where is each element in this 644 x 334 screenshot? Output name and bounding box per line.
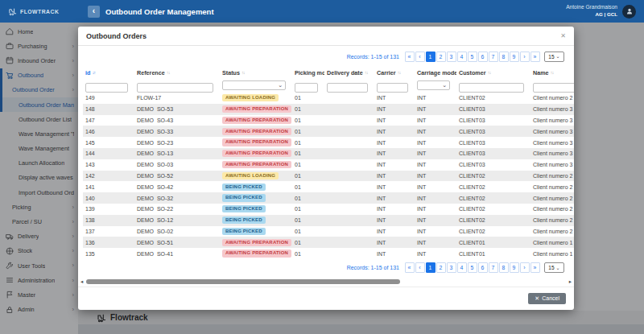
scrollbar-track[interactable] xyxy=(85,278,567,285)
filter-input-picking_mode[interactable] xyxy=(295,83,318,93)
user-text: Antoine Grandmaison AG | GCL xyxy=(566,4,617,18)
page-button-2[interactable]: 2 xyxy=(436,262,446,273)
page-button-4[interactable]: 4 xyxy=(457,262,467,273)
cell-id: 142 xyxy=(83,173,134,179)
sort-icon[interactable]: ↓↑ xyxy=(92,70,95,75)
table-row[interactable]: 135DEMO_SO-41AWAITING PREPARATION01INTIN… xyxy=(83,248,574,259)
page-button-3[interactable]: 3 xyxy=(447,262,456,273)
filter-input-name[interactable] xyxy=(533,83,574,93)
cell-name: Client numero 3 xyxy=(530,129,574,134)
scroll-left-icon[interactable]: ◂ xyxy=(80,279,83,285)
cell-customer: CLIENT03 xyxy=(456,162,530,167)
table-row[interactable]: 149FLOW-17AWAITING LOADING01INTINTCLIENT… xyxy=(83,93,574,104)
prev-page-button[interactable]: ‹ xyxy=(415,52,425,62)
page-button-8[interactable]: 8 xyxy=(499,262,509,273)
column-header-reference[interactable]: Reference↑↓ xyxy=(134,69,220,76)
table-row[interactable]: 141DEMO_SO-42BEING PICKED01INTINTCLIENT0… xyxy=(83,181,574,192)
table-row[interactable]: 143DEMO_SO-03AWAITING PREPARATION01INTIN… xyxy=(83,159,574,171)
table-row[interactable]: 142DEMO_SO-52AWAITING LOADING01INTINTCLI… xyxy=(83,171,574,182)
table-row[interactable]: 146DEMO_SO-33AWAITING PREPARATION01INTIN… xyxy=(83,126,574,137)
filter-select-status[interactable]: ⌄ xyxy=(222,80,286,90)
cell-name: Client numero 1 xyxy=(530,251,574,257)
chevron-down-icon: ⌄ xyxy=(442,83,447,88)
next-page-button[interactable]: › xyxy=(520,262,530,273)
table-row[interactable]: 139DEMO_SO-22BEING PICKED01INTINTCLIENT0… xyxy=(83,204,574,215)
close-icon[interactable]: ✕ xyxy=(560,32,566,39)
scroll-right-icon[interactable]: ▸ xyxy=(569,279,572,285)
page-button-3[interactable]: 3 xyxy=(447,52,456,62)
sort-icon[interactable]: ↑↓ xyxy=(551,70,554,75)
filter-input-delivery_date[interactable] xyxy=(327,83,368,93)
next-page-button[interactable]: › xyxy=(520,52,530,62)
table-row[interactable]: 147DEMO_SO-43AWAITING PREPARATION01INTIN… xyxy=(83,115,574,126)
table-row[interactable]: 145DEMO_SO-23AWAITING PREPARATION01INTIN… xyxy=(83,137,574,148)
cell-reference: DEMO_SO-43 xyxy=(134,118,220,123)
column-header-carriage_mode[interactable]: Carriage mode↑↓ xyxy=(415,69,456,76)
page-size-select[interactable]: 15⌄ xyxy=(544,262,564,273)
column-header-delivery_date[interactable]: Delivery date↑↓ xyxy=(324,69,374,76)
user-block[interactable]: Antoine Grandmaison AG | GCL xyxy=(566,4,644,18)
scrollbar-thumb[interactable] xyxy=(86,279,400,284)
first-page-button[interactable]: « xyxy=(405,262,415,273)
table-row[interactable]: 144DEMO_SO-13AWAITING PREPARATION01INTIN… xyxy=(83,148,574,159)
column-header-carrier[interactable]: Carrier↑↓ xyxy=(374,69,415,76)
cell-picking_mode: 01 xyxy=(292,229,324,234)
page-button-1[interactable]: 1 xyxy=(426,262,436,273)
table-row[interactable]: 148DEMO_SO-53AWAITING PREPARATION01INTIN… xyxy=(83,104,574,115)
cell-carriage_mode: INT xyxy=(415,140,456,146)
filter-select-carriage_mode[interactable]: ⌄ xyxy=(417,80,450,90)
page-button-6[interactable]: 6 xyxy=(478,52,488,62)
page-button-4[interactable]: 4 xyxy=(457,52,467,62)
status-badge: AWAITING PREPARATION xyxy=(222,161,291,168)
last-page-button[interactable]: » xyxy=(530,262,540,273)
cell-carriage_mode: INT xyxy=(415,173,456,179)
cell-name: Client numero 3 xyxy=(530,118,574,123)
page-button-5[interactable]: 5 xyxy=(468,52,477,62)
cell-carrier: INT xyxy=(374,206,415,212)
page-button-7[interactable]: 7 xyxy=(489,52,498,62)
filter-cell-picking_mode xyxy=(292,78,324,93)
page-button-1[interactable]: 1 xyxy=(426,52,436,62)
prev-page-button[interactable]: ‹ xyxy=(415,262,425,273)
table-row[interactable]: 136DEMO_SO-51AWAITING PREPARATION01INTIN… xyxy=(83,237,574,248)
page-button-2[interactable]: 2 xyxy=(436,52,446,62)
page-size-select[interactable]: 15⌄ xyxy=(544,52,564,62)
table-row[interactable]: 138DEMO_SO-12BEING PICKED01INTINTCLIENT0… xyxy=(83,215,574,226)
table-row[interactable]: 137DEMO_SO-02BEING PICKED01INTINTCLIENT0… xyxy=(83,226,574,237)
avatar[interactable] xyxy=(622,5,636,19)
page-button-5[interactable]: 5 xyxy=(468,262,477,273)
page-button-9[interactable]: 9 xyxy=(510,262,519,273)
cell-status: BEING PICKED xyxy=(220,228,292,235)
column-header-id[interactable]: id↓↑ xyxy=(83,69,134,76)
cell-id: 137 xyxy=(83,229,134,234)
page-button-6[interactable]: 6 xyxy=(478,262,488,273)
column-header-status[interactable]: Status↑↓ xyxy=(220,69,292,76)
filter-input-reference[interactable] xyxy=(137,83,213,93)
horizontal-scrollbar[interactable]: ◂ ▸ xyxy=(78,277,574,287)
first-page-button[interactable]: « xyxy=(405,52,415,62)
cell-id: 138 xyxy=(83,217,134,223)
table-row[interactable]: 140DEMO_SO-32BEING PICKED01INTINTCLIENT0… xyxy=(83,192,574,204)
last-page-button[interactable]: » xyxy=(530,52,540,62)
filter-input-carrier[interactable] xyxy=(377,83,408,93)
column-header-customer[interactable]: Customer↑↓ xyxy=(456,69,530,76)
sort-icon[interactable]: ↑↓ xyxy=(488,70,491,75)
sort-icon[interactable]: ↑↓ xyxy=(167,70,170,75)
filter-input-id[interactable] xyxy=(85,83,128,93)
back-button[interactable]: ‹ xyxy=(88,6,100,18)
cancel-button[interactable]: ✕ Cancel xyxy=(528,293,566,304)
sort-icon[interactable]: ↑↓ xyxy=(242,70,245,75)
page-button-7[interactable]: 7 xyxy=(489,262,498,273)
page-button-9[interactable]: 9 xyxy=(510,52,519,62)
user-name: Antoine Grandmaison xyxy=(566,4,617,11)
sort-icon[interactable]: ↑↓ xyxy=(398,70,401,75)
filter-input-customer[interactable] xyxy=(459,83,524,93)
sort-icon[interactable]: ↑↓ xyxy=(365,70,368,75)
page-button-8[interactable]: 8 xyxy=(499,52,509,62)
status-badge: BEING PICKED xyxy=(222,205,266,212)
cell-carrier: INT xyxy=(374,240,415,245)
cell-picking_mode: 01 xyxy=(292,196,324,201)
cell-name: Client numero 2 xyxy=(530,173,574,179)
column-header-name[interactable]: Name↑↓ xyxy=(530,69,574,76)
cell-status: AWAITING PREPARATION xyxy=(220,150,292,157)
